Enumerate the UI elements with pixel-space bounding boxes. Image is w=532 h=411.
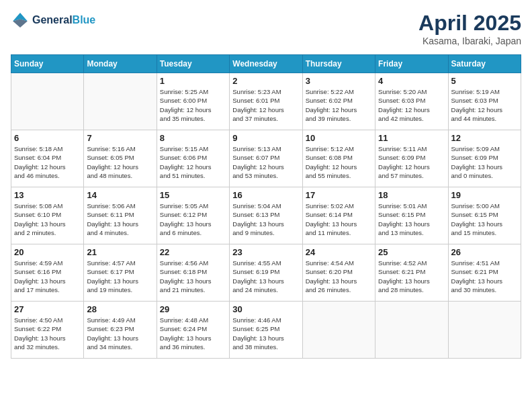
calendar-cell: 15Sunrise: 5:05 AM Sunset: 6:12 PM Dayli… xyxy=(157,187,229,244)
day-info: Sunrise: 5:13 AM Sunset: 6:07 PM Dayligh… xyxy=(232,144,299,180)
day-number: 10 xyxy=(306,133,372,143)
calendar-cell: 20Sunrise: 4:59 AM Sunset: 6:16 PM Dayli… xyxy=(11,244,84,302)
calendar-cell: 22Sunrise: 4:56 AM Sunset: 6:18 PM Dayli… xyxy=(157,244,229,302)
day-number: 30 xyxy=(232,304,299,314)
day-number: 1 xyxy=(160,76,226,86)
day-info: Sunrise: 5:08 AM Sunset: 6:10 PM Dayligh… xyxy=(14,201,81,237)
day-number: 3 xyxy=(306,76,372,86)
weekday-header-monday: Monday xyxy=(84,55,157,73)
day-number: 20 xyxy=(14,247,81,257)
calendar-cell: 23Sunrise: 4:55 AM Sunset: 6:19 PM Dayli… xyxy=(230,244,302,302)
day-number: 7 xyxy=(87,133,153,143)
day-number: 8 xyxy=(160,133,226,143)
calendar-cell: 13Sunrise: 5:08 AM Sunset: 6:10 PM Dayli… xyxy=(11,187,84,244)
calendar-cell: 28Sunrise: 4:49 AM Sunset: 6:23 PM Dayli… xyxy=(84,302,157,359)
day-number: 22 xyxy=(160,247,226,257)
day-info: Sunrise: 5:19 AM Sunset: 6:03 PM Dayligh… xyxy=(451,87,518,123)
calendar-cell: 21Sunrise: 4:57 AM Sunset: 6:17 PM Dayli… xyxy=(84,244,157,302)
calendar-cell: 8Sunrise: 5:15 AM Sunset: 6:06 PM Daylig… xyxy=(157,130,229,187)
week-row-4: 20Sunrise: 4:59 AM Sunset: 6:16 PM Dayli… xyxy=(11,244,521,302)
day-info: Sunrise: 5:23 AM Sunset: 6:01 PM Dayligh… xyxy=(232,87,299,123)
day-number: 25 xyxy=(378,247,445,257)
calendar-cell: 14Sunrise: 5:06 AM Sunset: 6:11 PM Dayli… xyxy=(84,187,157,244)
day-info: Sunrise: 4:48 AM Sunset: 6:24 PM Dayligh… xyxy=(160,316,226,351)
day-number: 28 xyxy=(87,304,153,314)
day-number: 12 xyxy=(451,133,518,143)
calendar-cell: 27Sunrise: 4:50 AM Sunset: 6:22 PM Dayli… xyxy=(11,302,84,359)
calendar-cell: 17Sunrise: 5:02 AM Sunset: 6:14 PM Dayli… xyxy=(302,187,375,244)
day-number: 29 xyxy=(160,304,226,314)
calendar-cell: 11Sunrise: 5:11 AM Sunset: 6:09 PM Dayli… xyxy=(375,130,448,187)
day-number: 19 xyxy=(451,190,518,200)
day-info: Sunrise: 4:49 AM Sunset: 6:23 PM Dayligh… xyxy=(87,316,153,351)
day-info: Sunrise: 4:52 AM Sunset: 6:21 PM Dayligh… xyxy=(378,259,445,294)
day-number: 9 xyxy=(232,133,299,143)
calendar-cell: 19Sunrise: 5:00 AM Sunset: 6:15 PM Dayli… xyxy=(448,187,521,244)
calendar-cell: 2Sunrise: 5:23 AM Sunset: 6:01 PM Daylig… xyxy=(230,73,302,130)
day-info: Sunrise: 5:02 AM Sunset: 6:14 PM Dayligh… xyxy=(306,201,372,237)
calendar-cell xyxy=(84,73,157,130)
day-info: Sunrise: 4:50 AM Sunset: 6:22 PM Dayligh… xyxy=(14,316,81,351)
day-info: Sunrise: 5:20 AM Sunset: 6:03 PM Dayligh… xyxy=(378,87,445,123)
calendar-cell: 3Sunrise: 5:22 AM Sunset: 6:02 PM Daylig… xyxy=(302,73,375,130)
day-number: 4 xyxy=(378,76,445,86)
calendar-cell: 25Sunrise: 4:52 AM Sunset: 6:21 PM Dayli… xyxy=(375,244,448,302)
day-number: 26 xyxy=(451,247,518,257)
day-info: Sunrise: 4:55 AM Sunset: 6:19 PM Dayligh… xyxy=(232,259,299,294)
weekday-header-saturday: Saturday xyxy=(448,55,521,73)
day-number: 2 xyxy=(232,76,299,86)
day-info: Sunrise: 5:22 AM Sunset: 6:02 PM Dayligh… xyxy=(306,87,372,123)
calendar-cell: 18Sunrise: 5:01 AM Sunset: 6:15 PM Dayli… xyxy=(375,187,448,244)
calendar-cell: 5Sunrise: 5:19 AM Sunset: 6:03 PM Daylig… xyxy=(448,73,521,130)
day-number: 13 xyxy=(14,190,81,200)
day-info: Sunrise: 4:51 AM Sunset: 6:21 PM Dayligh… xyxy=(451,259,518,294)
day-number: 15 xyxy=(160,190,226,200)
day-info: Sunrise: 5:01 AM Sunset: 6:15 PM Dayligh… xyxy=(378,201,445,237)
day-number: 16 xyxy=(232,190,299,200)
calendar-cell: 10Sunrise: 5:12 AM Sunset: 6:08 PM Dayli… xyxy=(302,130,375,187)
day-info: Sunrise: 4:54 AM Sunset: 6:20 PM Dayligh… xyxy=(306,259,372,294)
calendar-cell: 26Sunrise: 4:51 AM Sunset: 6:21 PM Dayli… xyxy=(448,244,521,302)
weekday-header-sunday: Sunday xyxy=(11,55,84,73)
logo: GeneralBlue xyxy=(11,11,95,30)
calendar-cell: 12Sunrise: 5:09 AM Sunset: 6:09 PM Dayli… xyxy=(448,130,521,187)
day-number: 6 xyxy=(14,133,81,143)
day-info: Sunrise: 5:18 AM Sunset: 6:04 PM Dayligh… xyxy=(14,144,81,180)
calendar-cell: 7Sunrise: 5:16 AM Sunset: 6:05 PM Daylig… xyxy=(84,130,157,187)
calendar-cell: 16Sunrise: 5:04 AM Sunset: 6:13 PM Dayli… xyxy=(230,187,302,244)
day-info: Sunrise: 5:00 AM Sunset: 6:15 PM Dayligh… xyxy=(451,201,518,237)
day-info: Sunrise: 5:06 AM Sunset: 6:11 PM Dayligh… xyxy=(87,201,153,237)
weekday-header-wednesday: Wednesday xyxy=(230,55,302,73)
day-info: Sunrise: 4:59 AM Sunset: 6:16 PM Dayligh… xyxy=(14,259,81,294)
day-info: Sunrise: 5:16 AM Sunset: 6:05 PM Dayligh… xyxy=(87,144,153,180)
calendar-cell xyxy=(302,302,375,359)
day-number: 17 xyxy=(306,190,372,200)
day-info: Sunrise: 4:46 AM Sunset: 6:25 PM Dayligh… xyxy=(232,316,299,351)
day-number: 5 xyxy=(451,76,518,86)
logo-text: GeneralBlue xyxy=(32,14,95,26)
day-info: Sunrise: 4:57 AM Sunset: 6:17 PM Dayligh… xyxy=(87,259,153,294)
month-title: April 2025 xyxy=(418,11,521,36)
calendar-cell: 1Sunrise: 5:25 AM Sunset: 6:00 PM Daylig… xyxy=(157,73,229,130)
day-info: Sunrise: 5:15 AM Sunset: 6:06 PM Dayligh… xyxy=(160,144,226,180)
calendar-cell: 24Sunrise: 4:54 AM Sunset: 6:20 PM Dayli… xyxy=(302,244,375,302)
day-number: 11 xyxy=(378,133,445,143)
weekday-header-friday: Friday xyxy=(375,55,448,73)
weekday-header-thursday: Thursday xyxy=(302,55,375,73)
day-info: Sunrise: 5:04 AM Sunset: 6:13 PM Dayligh… xyxy=(232,201,299,237)
day-info: Sunrise: 5:12 AM Sunset: 6:08 PM Dayligh… xyxy=(306,144,372,180)
calendar-cell: 6Sunrise: 5:18 AM Sunset: 6:04 PM Daylig… xyxy=(11,130,84,187)
day-number: 18 xyxy=(378,190,445,200)
weekday-header-row: SundayMondayTuesdayWednesdayThursdayFrid… xyxy=(11,55,521,73)
calendar-cell xyxy=(375,302,448,359)
calendar-cell: 4Sunrise: 5:20 AM Sunset: 6:03 PM Daylig… xyxy=(375,73,448,130)
calendar-cell: 29Sunrise: 4:48 AM Sunset: 6:24 PM Dayli… xyxy=(157,302,229,359)
day-info: Sunrise: 4:56 AM Sunset: 6:18 PM Dayligh… xyxy=(160,259,226,294)
day-info: Sunrise: 5:05 AM Sunset: 6:12 PM Dayligh… xyxy=(160,201,226,237)
page-header: GeneralBlue April 2025 Kasama, Ibaraki, … xyxy=(11,11,521,46)
day-number: 27 xyxy=(14,304,81,314)
calendar-cell xyxy=(448,302,521,359)
day-number: 24 xyxy=(306,247,372,257)
location-title: Kasama, Ibaraki, Japan xyxy=(418,36,521,46)
title-block: April 2025 Kasama, Ibaraki, Japan xyxy=(418,11,521,46)
